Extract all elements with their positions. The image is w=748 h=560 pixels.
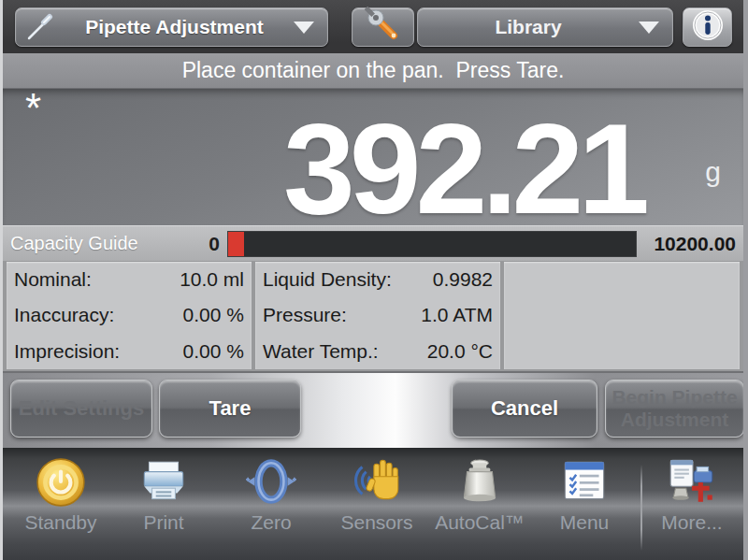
action-button-bar: Edit Settings Tare Cancel Begin Pipette … [3, 371, 743, 448]
parameter-row: Liquid Density: 0.9982 [255, 262, 500, 297]
parameter-row: Pressure: 1.0 ATM [255, 297, 500, 333]
library-dropdown[interactable]: Library [417, 7, 673, 47]
printer-icon [115, 455, 212, 510]
capacity-bar [227, 231, 637, 257]
parameter-row: Nominal: 10.0 ml [7, 262, 252, 297]
parameter-value: 1.0 ATM [421, 304, 493, 326]
weight-value: 392.21 [283, 104, 644, 233]
info-button[interactable] [683, 7, 732, 47]
dock-item-sensors[interactable]: Sensors [328, 455, 425, 534]
pipette-icon [23, 13, 55, 41]
dock-item-label: Sensors [328, 511, 425, 534]
calibration-weight-icon [431, 455, 528, 510]
hand-sensors-icon [328, 455, 425, 510]
instruction-text: Place container on the pan. Press Tare. [3, 53, 743, 89]
stability-indicator: * [25, 85, 41, 132]
menu-list-icon [536, 455, 633, 510]
dock-item-label: Zero [223, 511, 320, 534]
parameter-value: 0.00 % [183, 340, 244, 363]
parameter-label: Liquid Density: [263, 268, 392, 291]
parameter-label: Pressure: [263, 304, 347, 326]
parameters-left-panel: Nominal: 10.0 ml Inaccuracy: 0.00 % Impr… [7, 262, 252, 369]
parameter-label: Inaccuracy: [14, 304, 114, 326]
dock-item-label: Menu [536, 511, 633, 534]
top-bar: Pipette Adjustment Library [3, 0, 743, 53]
dock-item-menu[interactable]: Menu [536, 455, 633, 534]
parameter-label: Water Temp.: [263, 340, 379, 363]
library-dropdown-label: Library [418, 16, 639, 38]
function-dock: Standby Print [3, 448, 743, 560]
parameters-table: Nominal: 10.0 ml Inaccuracy: 0.00 % Impr… [3, 261, 743, 371]
parameter-label: Nominal: [14, 268, 92, 291]
capacity-guide: Capacity Guide 0 10200.00 [3, 225, 743, 261]
dock-item-standby[interactable]: Standby [12, 455, 109, 534]
parameter-row: Imprecision: 0.00 % [7, 334, 252, 369]
parameters-empty-panel [504, 262, 740, 369]
dock-divider [640, 465, 642, 551]
info-icon [689, 7, 726, 49]
edit-settings-button[interactable]: Edit Settings [10, 380, 152, 438]
dock-item-print[interactable]: Print [115, 455, 212, 534]
parameter-row: Water Temp.: 20.0 °C [255, 334, 500, 369]
wrench-icon [365, 7, 402, 49]
capacity-guide-label: Capacity Guide [10, 233, 194, 254]
dock-item-more[interactable]: More... [643, 455, 741, 534]
weight-unit: g [705, 156, 721, 188]
more-tools-icon [643, 455, 741, 510]
parameter-row: Inaccuracy: 0.00 % [7, 297, 252, 333]
weight-display: * 392.21 g [3, 89, 743, 225]
dock-item-label: AutoCal™ [431, 511, 528, 534]
chevron-down-icon [639, 22, 659, 34]
dock-item-autocal[interactable]: AutoCal™ [431, 455, 528, 534]
application-dropdown[interactable]: Pipette Adjustment [15, 7, 328, 47]
zero-icon [223, 455, 320, 510]
capacity-min-value: 0 [194, 233, 220, 255]
tare-button[interactable]: Tare [159, 380, 301, 438]
parameter-label: Imprecision: [14, 340, 120, 363]
application-dropdown-label: Pipette Adjustment [55, 16, 294, 38]
parameters-right-panel: Liquid Density: 0.9982 Pressure: 1.0 ATM… [255, 262, 500, 369]
dock-item-label: More... [643, 511, 741, 534]
dock-item-zero[interactable]: Zero [223, 455, 320, 534]
setup-wrench-button[interactable] [352, 7, 414, 47]
capacity-max-value: 10200.00 [644, 233, 736, 255]
cancel-button[interactable]: Cancel [452, 380, 597, 438]
standby-power-icon [12, 455, 109, 510]
dock-item-label: Print [115, 511, 212, 534]
begin-pipette-adjustment-button[interactable]: Begin Pipette Adjustment [605, 380, 744, 438]
balance-touchscreen: Pipette Adjustment Library [0, 0, 748, 560]
chevron-down-icon [294, 22, 314, 34]
dock-item-label: Standby [12, 511, 109, 534]
capacity-bar-fill [228, 232, 244, 256]
parameter-value: 20.0 °C [427, 340, 493, 363]
parameter-value: 10.0 ml [180, 268, 244, 291]
parameter-value: 0.00 % [183, 304, 244, 326]
parameter-value: 0.9982 [433, 268, 493, 291]
